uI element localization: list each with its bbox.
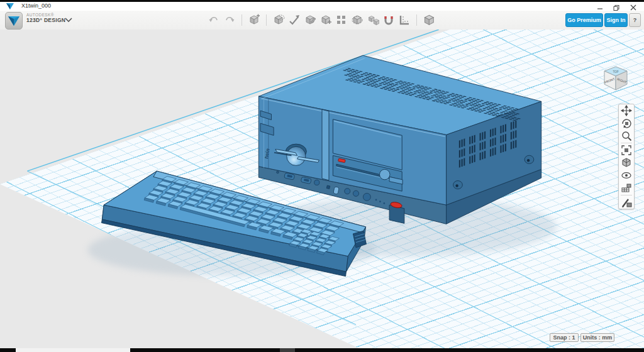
main-toolbar: AUTODESK® 123D° DESIGN (0, 11, 644, 30)
sketch-icon[interactable] (288, 14, 301, 26)
vent-slot (484, 131, 486, 140)
modify-icon[interactable] (319, 14, 332, 26)
floppy-eject-button (380, 169, 390, 179)
vent-slot (462, 140, 463, 148)
vent-slot (464, 138, 465, 146)
toolbar-separator (416, 14, 417, 26)
chevron-down-icon[interactable] (65, 18, 72, 23)
taskbar-window-segment (16, 348, 130, 352)
view-cube[interactable]: TOP FRONT RIGHT (597, 62, 634, 99)
shading-icon[interactable] (619, 157, 634, 169)
vent-slot (459, 160, 460, 168)
vent-slot (494, 128, 496, 136)
vent-slot (480, 152, 481, 160)
vent-slot (511, 141, 512, 150)
vent-slot (480, 133, 481, 141)
vent-slot (472, 155, 473, 163)
toolbar-separator (242, 14, 242, 26)
vent-slot (459, 140, 460, 148)
view-settings-icon[interactable] (423, 14, 435, 26)
vent-slot (494, 147, 496, 155)
vent-slot (469, 146, 470, 155)
vent-slot (482, 142, 483, 150)
toolbar-separator (266, 14, 267, 26)
viewcube-top-label: TOP (613, 70, 618, 74)
app-logo[interactable] (5, 12, 23, 30)
vent-slot (484, 141, 486, 149)
vent-slot (474, 145, 475, 153)
vent-slot (472, 136, 473, 144)
grouping-icon[interactable] (351, 14, 364, 26)
measure-icon[interactable] (398, 14, 411, 26)
units-status[interactable]: Units : mm (580, 333, 614, 342)
vent-slot (502, 145, 504, 153)
vent-slot (492, 148, 494, 156)
vent-slot (500, 126, 501, 134)
vent-slot (484, 151, 486, 159)
vent-slot (490, 139, 491, 147)
material-icon[interactable] (619, 196, 634, 209)
undo-icon[interactable] (208, 14, 220, 26)
visibility-icon[interactable] (619, 169, 634, 182)
vent-slot (515, 120, 516, 128)
fit-icon[interactable] (619, 144, 634, 157)
zoom-icon[interactable] (619, 129, 634, 142)
os-taskbar (0, 348, 644, 352)
titlebar: X1twin_000 (0, 2, 644, 11)
vent-slot (505, 124, 506, 132)
vent-slot (464, 158, 465, 166)
3d-viewport[interactable]: twin (0, 30, 644, 348)
vent-slot (511, 132, 512, 140)
snap-icon[interactable] (382, 14, 395, 26)
vent-slot (502, 124, 504, 133)
vent-slot (492, 128, 494, 136)
vent-slot (515, 140, 516, 148)
vent-slot (480, 143, 481, 151)
brand-block: AUTODESK® 123D° DESIGN (26, 13, 65, 23)
vent-slot (464, 148, 465, 157)
vent-slot (505, 134, 506, 142)
vent-slot (513, 121, 514, 129)
close-icon[interactable] (626, 2, 640, 11)
vent-slot (502, 135, 504, 143)
pattern-icon[interactable] (335, 14, 348, 26)
pan-icon[interactable] (619, 104, 634, 117)
vent-slot (500, 145, 501, 153)
brand-product: 123D° DESIGN (26, 18, 65, 23)
go-premium-button[interactable]: Go Premium (565, 13, 603, 27)
vent-slot (474, 135, 475, 143)
vent-slot (513, 131, 514, 139)
restore-button[interactable] (609, 2, 623, 11)
minimize-button[interactable] (593, 2, 607, 11)
navigation-toolbar (618, 104, 635, 209)
123d-logo-icon (6, 13, 22, 29)
combine-icon[interactable] (367, 14, 379, 26)
vent-slot (511, 122, 512, 130)
orbit-icon[interactable] (619, 117, 634, 129)
vent-slot (505, 143, 506, 151)
primitives-icon[interactable] (248, 14, 260, 26)
construct-icon[interactable] (304, 14, 316, 26)
vent-slot (459, 150, 460, 158)
vent-slot (469, 156, 470, 164)
taskbar-segment (280, 348, 295, 352)
transform-icon[interactable] (272, 14, 285, 26)
sign-in-button[interactable]: Sign In (604, 13, 628, 27)
nav-separator (621, 195, 632, 195)
help-button[interactable]: ? (629, 13, 641, 27)
vent-slot (500, 135, 501, 143)
snap-status[interactable]: Snap : 1 (550, 333, 579, 342)
vent-slot (482, 132, 483, 140)
vent-slot (490, 129, 491, 138)
document-title: X1twin_000 (21, 3, 51, 9)
redo-icon[interactable] (223, 14, 236, 26)
vent-slot (490, 149, 491, 157)
computer-case-model[interactable]: twin (258, 55, 541, 224)
grid-settings-icon[interactable] (619, 182, 634, 194)
vent-slot (472, 145, 473, 153)
front-ridge (322, 109, 329, 180)
vent-slot (494, 138, 496, 146)
vent-slot (515, 130, 516, 138)
knob-ball (287, 146, 306, 165)
toolbar-icons (208, 13, 435, 28)
